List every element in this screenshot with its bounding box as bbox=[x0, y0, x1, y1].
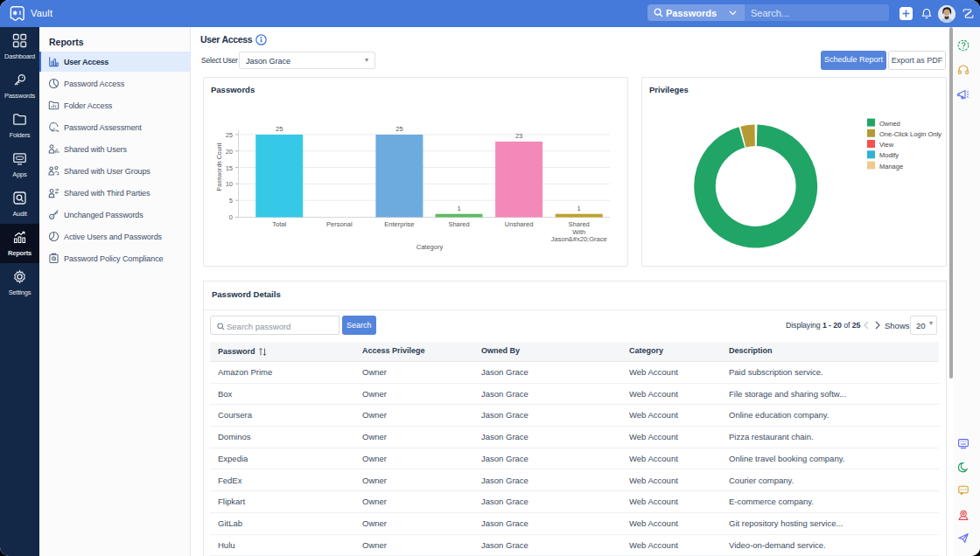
svg-text:25: 25 bbox=[226, 131, 233, 139]
svg-text:Total: Total bbox=[272, 220, 286, 228]
svg-text:Enterprise: Enterprise bbox=[384, 220, 414, 228]
svg-text:25: 25 bbox=[276, 125, 283, 133]
svg-text:20: 20 bbox=[226, 148, 233, 156]
svg-text:Shared: Shared bbox=[448, 220, 469, 228]
svg-text:0: 0 bbox=[229, 213, 233, 221]
svg-text:One-Click Login Only: One-Click Login Only bbox=[879, 130, 942, 138]
svg-text:Modify: Modify bbox=[879, 151, 899, 159]
svg-text:Passwords Count: Passwords Count bbox=[216, 143, 222, 191]
svg-text:23: 23 bbox=[515, 132, 522, 140]
svg-text:Owned: Owned bbox=[879, 120, 900, 128]
svg-text:Personal: Personal bbox=[326, 220, 353, 228]
svg-text:1: 1 bbox=[578, 205, 581, 212]
svg-text:25: 25 bbox=[396, 125, 402, 133]
svg-text:15: 15 bbox=[226, 164, 233, 172]
svg-text:5: 5 bbox=[229, 197, 233, 205]
svg-text:1: 1 bbox=[457, 205, 460, 212]
svg-text:View: View bbox=[879, 141, 894, 149]
svg-text:Jason&#x20;Grace: Jason&#x20;Grace bbox=[551, 235, 607, 243]
svg-text:10: 10 bbox=[226, 180, 233, 188]
svg-text:Unshared: Unshared bbox=[505, 220, 534, 228]
svg-text:Manage: Manage bbox=[879, 163, 903, 170]
svg-text:Category: Category bbox=[416, 243, 444, 251]
